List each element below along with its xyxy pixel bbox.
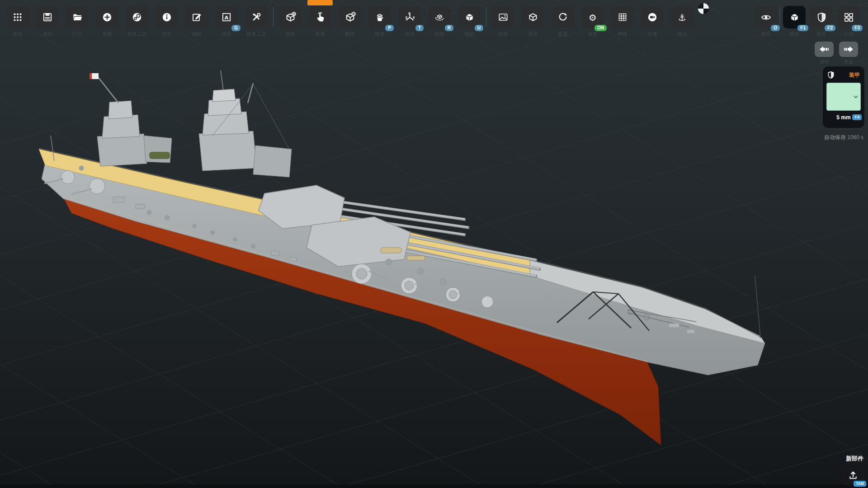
open-folder-icon (71, 11, 83, 23)
menu-button[interactable]: 菜单 (6, 6, 29, 28)
build-cube-icon (788, 11, 801, 23)
anchor-button[interactable]: ⚓ 锚点 (671, 6, 693, 28)
armor-panel-title: 装甲 (849, 71, 860, 79)
menu-grid-icon (12, 11, 24, 23)
new-button[interactable]: 新建 (96, 6, 118, 28)
background-button[interactable]: 背景 (492, 6, 514, 28)
modules-icon (843, 11, 855, 23)
group-mode-hotkey-badge: F3 (852, 25, 863, 31)
build-tools-button[interactable]: 建造工具 (245, 6, 268, 28)
redo-button[interactable]: 重做 (839, 42, 858, 57)
rotate-hotkey-badge: R (445, 25, 453, 31)
tools-icon (250, 11, 262, 23)
scale-hotkey-badge: U (475, 25, 483, 31)
new-part-button[interactable]: TAB (842, 464, 864, 485)
autosave-status: 自动保存 1060 s (824, 134, 863, 141)
build-mode-button[interactable]: F1 建造 (783, 6, 806, 28)
add-block-button[interactable]: 添加 (279, 6, 302, 28)
toolbar-divider (273, 7, 274, 27)
visibility-hotkey-badge: O (771, 25, 780, 31)
rotate-arrow-icon (557, 11, 569, 23)
decal-hotkey-badge: G (231, 25, 241, 31)
workshop-button[interactable]: 创意工坊 (126, 6, 148, 28)
redo-arrow-icon (843, 45, 854, 53)
paint-tool-button[interactable]: P 喷漆 (368, 6, 391, 28)
build-mode-hotkey-badge: F1 (797, 25, 808, 31)
armor-panel: 装甲 5 mm F4 (823, 66, 864, 128)
gear-icon: ⚙ (586, 11, 599, 23)
translate-hotkey-badge: T (415, 25, 424, 31)
camera-icon (646, 11, 658, 23)
aft-tower-top (108, 101, 132, 119)
svg-text:X: X (412, 15, 415, 19)
grid-toggle-button[interactable]: 网格 (611, 6, 634, 28)
anchor-icon: ⚓ (676, 11, 689, 23)
save-button[interactable]: 保存 (36, 6, 59, 28)
ship-viewport[interactable] (0, 0, 868, 488)
armor-hotkey-badge: F4 (852, 114, 862, 120)
center-of-mass-icon (698, 3, 709, 14)
edit-button[interactable]: 编辑 (185, 6, 208, 28)
move-axes-icon: Y Z X (404, 11, 416, 23)
aft-tower-base (97, 134, 147, 166)
svg-text:Z: Z (405, 15, 407, 19)
info-icon (161, 11, 173, 23)
main-tower-top (212, 89, 236, 102)
plus-circle-icon (101, 11, 113, 23)
redo-label: 重做 (844, 59, 853, 65)
toolbar-divider (486, 7, 486, 27)
upload-tray-icon (847, 469, 859, 480)
preset-button[interactable]: 预设 (522, 6, 544, 28)
letter-a-box-icon: A (221, 11, 232, 23)
record-button[interactable]: 录像 (641, 6, 664, 28)
chevron-down-icon (854, 95, 858, 99)
save-icon (42, 11, 53, 23)
reset-view-button[interactable]: 重置 (552, 6, 574, 28)
rotate-tool-button[interactable]: R 旋转 (428, 6, 451, 28)
paint-bucket-icon (374, 11, 386, 23)
svg-text:Y: Y (407, 11, 410, 14)
select-tool-button[interactable]: 选择 (309, 6, 331, 28)
steam-icon (131, 11, 143, 23)
history-controls: 撤销 重做 (815, 42, 858, 57)
visibility-button[interactable]: O 显示 (755, 6, 777, 28)
shield-icon (816, 11, 828, 23)
armor-thickness-value: 5 mm (836, 114, 850, 121)
settings-on-badge: ON (594, 25, 607, 31)
svg-text:⚙: ⚙ (589, 13, 597, 23)
info-button[interactable]: 信息 (156, 6, 178, 28)
armor-shield-icon (826, 70, 835, 80)
edit-pencil-icon (191, 11, 203, 23)
open-button[interactable]: 打开 (66, 6, 89, 28)
delete-block-button[interactable]: 删除 (339, 6, 361, 28)
rotate-cube-icon (434, 11, 446, 23)
translate-tool-button[interactable]: Y Z X T 移动 (398, 6, 421, 28)
undo-label: 撤销 (820, 59, 829, 65)
paint-hotkey-badge: P (385, 25, 394, 31)
new-part-hotkey-badge: TAB (854, 481, 866, 487)
bridge-block (253, 145, 292, 177)
main-toolbar: 菜单 保存 打开 新建 创意工坊 (6, 6, 693, 28)
armor-thickness-row: 5 mm F4 (826, 114, 861, 121)
decal-button[interactable]: A G 涂装 (215, 6, 238, 28)
settings-toggle-button[interactable]: ⚙ ON 设置 (581, 6, 604, 28)
scale-tool-button[interactable]: U 缩放 (458, 6, 481, 28)
bottom-edge-strip (0, 484, 868, 488)
autosave-value: 1060 s (847, 134, 863, 141)
group-mode-button[interactable]: F3 分组 (837, 6, 860, 28)
undo-button[interactable]: 撤销 (815, 42, 834, 57)
armor-panel-header: 装甲 (826, 70, 861, 80)
mode-cluster: O 显示 F1 建造 F2 装甲 F3 分组 (755, 6, 860, 28)
cube-minus-icon (344, 11, 356, 23)
cube-outline-icon (527, 11, 539, 23)
armor-mode-button[interactable]: F2 装甲 (810, 6, 833, 28)
stern-flag-stripe (90, 73, 92, 79)
armor-mode-hotkey-badge: F2 (825, 25, 835, 31)
image-icon (497, 11, 509, 23)
armor-color-swatch[interactable] (826, 83, 861, 111)
svg-text:A: A (225, 14, 229, 21)
autosave-label: 自动保存 (824, 134, 846, 141)
grid-icon (617, 11, 628, 23)
undo-arrow-icon (819, 45, 830, 53)
main-tower-base (199, 131, 257, 171)
